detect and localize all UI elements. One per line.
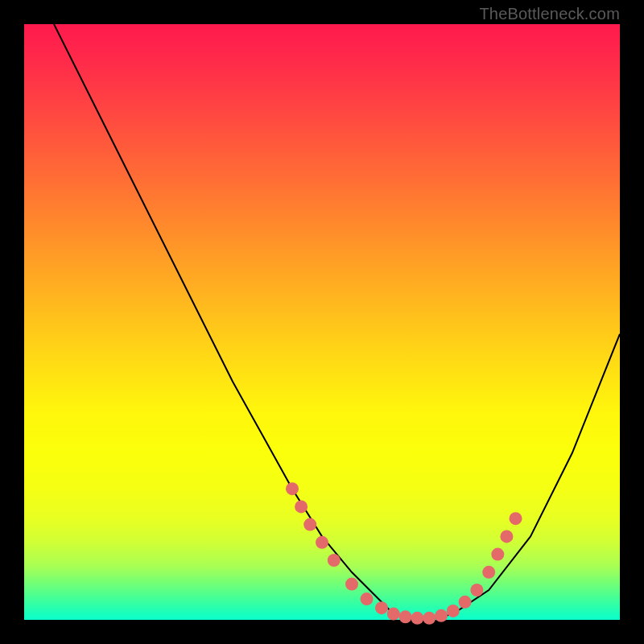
highlight-dots xyxy=(286,482,522,625)
highlight-dot xyxy=(411,612,423,625)
highlight-dot xyxy=(447,605,460,617)
watermark-text: TheBottleneck.com xyxy=(479,5,620,23)
highlight-dot xyxy=(423,612,436,625)
plot-area xyxy=(24,24,620,620)
highlight-dot xyxy=(387,608,400,621)
highlight-dot xyxy=(459,596,472,609)
highlight-dot xyxy=(470,584,483,597)
highlight-dot xyxy=(500,530,513,543)
chart-svg xyxy=(24,24,620,620)
highlight-dot xyxy=(482,566,495,579)
bottleneck-curve xyxy=(54,24,620,620)
highlight-dot xyxy=(375,601,388,614)
highlight-dot xyxy=(345,578,358,591)
highlight-dot xyxy=(361,592,374,605)
highlight-dot xyxy=(286,482,299,495)
outer-frame: TheBottleneck.com xyxy=(0,0,644,644)
highlight-dot xyxy=(316,536,328,549)
highlight-dot xyxy=(328,554,341,567)
highlight-dot xyxy=(491,548,504,561)
highlight-dot xyxy=(303,518,316,531)
highlight-dot xyxy=(510,512,522,525)
highlight-dot xyxy=(435,609,448,622)
highlight-dot xyxy=(399,610,412,623)
highlight-dot xyxy=(295,500,308,513)
